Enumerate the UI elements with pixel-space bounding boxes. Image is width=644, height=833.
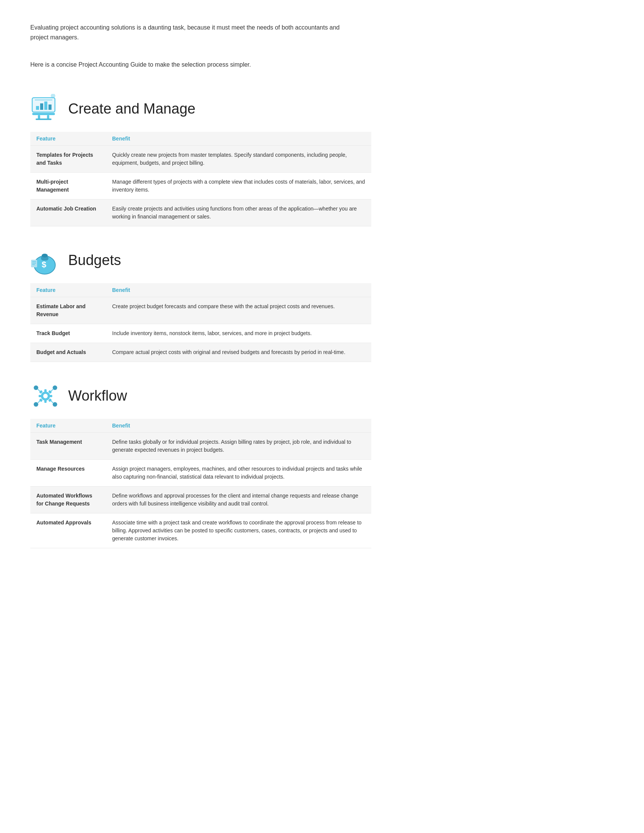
section-create-and-manage: Create and Manage Feature Benefit Templa… <box>30 94 614 227</box>
svg-rect-3 <box>35 119 52 120</box>
benefit-text: Compare actual project costs with origin… <box>106 343 371 362</box>
benefit-text: Define workflows and approval processes … <box>106 486 371 513</box>
svg-rect-8 <box>44 101 47 110</box>
workflow-feature-header: Feature <box>30 419 106 433</box>
section-budgets: $ Budgets Feature Benefit Estimate Labor… <box>30 245 614 362</box>
intro-line2: Here is a concise Project Accounting Gui… <box>30 60 341 70</box>
benefit-text: Include inventory items, nonstock items,… <box>106 324 371 343</box>
budgets-icon: $ <box>30 245 61 276</box>
benefit-text: Create project budget forecasts and comp… <box>106 297 371 324</box>
svg-rect-26 <box>49 395 52 397</box>
intro-line1: Evaluating project accounting solutions … <box>30 23 341 42</box>
section-header-workflow: Workflow <box>30 381 614 411</box>
feature-label: Task Management <box>30 433 106 459</box>
budgets-benefit-header: Benefit <box>106 283 371 297</box>
feature-label: Automated Workflows for Change Requests <box>30 486 106 513</box>
table-row: Multi-project Management Manage differen… <box>30 172 371 199</box>
svg-point-15 <box>42 254 48 257</box>
svg-rect-0 <box>32 113 55 115</box>
table-row: Task Management Define tasks globally or… <box>30 433 371 459</box>
table-row: Templates for Projects and Tasks Quickly… <box>30 145 371 172</box>
workflow-header-row: Feature Benefit <box>30 419 371 433</box>
benefit-text: Define tasks globally or for individual … <box>106 433 371 459</box>
benefit-text: Assign project managers, employees, mach… <box>106 459 371 486</box>
table-row: Automated Workflows for Change Requests … <box>30 486 371 513</box>
svg-rect-9 <box>48 105 52 110</box>
svg-rect-7 <box>40 103 43 110</box>
create-and-manage-header-row: Feature Benefit <box>30 132 371 146</box>
create-and-manage-table: Feature Benefit Templates for Projects a… <box>30 132 371 227</box>
svg-point-22 <box>43 394 48 398</box>
create-and-manage-feature-header: Feature <box>30 132 106 146</box>
svg-rect-25 <box>39 395 42 397</box>
svg-point-32 <box>53 386 57 390</box>
feature-label: Manage Resources <box>30 459 106 486</box>
table-row: Automatic Job Creation Easily create pro… <box>30 199 371 226</box>
feature-label: Estimate Labor and Revenue <box>30 297 106 324</box>
table-row: Manage Resources Assign project managers… <box>30 459 371 486</box>
workflow-benefit-header: Benefit <box>106 419 371 433</box>
benefit-text: Quickly create new projects from master … <box>106 145 371 172</box>
create-and-manage-icon <box>30 94 61 124</box>
benefit-text: Manage different types of projects with … <box>106 172 371 199</box>
table-row: Automated Approvals Associate time with … <box>30 513 371 548</box>
table-row: Budget and Actuals Compare actual projec… <box>30 343 371 362</box>
workflow-table: Feature Benefit Task Management Define t… <box>30 419 371 548</box>
section-header-create-and-manage: Create and Manage <box>30 94 614 124</box>
feature-label: Track Budget <box>30 324 106 343</box>
svg-rect-17 <box>31 260 37 267</box>
budgets-header-row: Feature Benefit <box>30 283 371 297</box>
svg-rect-24 <box>44 400 47 403</box>
svg-point-33 <box>34 402 38 407</box>
feature-label: Budget and Actuals <box>30 343 106 362</box>
svg-text:$: $ <box>42 260 46 269</box>
svg-rect-6 <box>36 106 39 110</box>
section-title-create-and-manage: Create and Manage <box>68 101 195 117</box>
benefit-text: Associate time with a project task and c… <box>106 513 371 548</box>
section-header-budgets: $ Budgets <box>30 245 614 276</box>
section-title-budgets: Budgets <box>68 252 121 269</box>
svg-rect-23 <box>44 389 47 392</box>
table-row: Estimate Labor and Revenue Create projec… <box>30 297 371 324</box>
feature-label: Multi-project Management <box>30 172 106 199</box>
feature-label: Automatic Job Creation <box>30 199 106 226</box>
budgets-table: Feature Benefit Estimate Labor and Reven… <box>30 283 371 362</box>
feature-label: Templates for Projects and Tasks <box>30 145 106 172</box>
table-row: Track Budget Include inventory items, no… <box>30 324 371 343</box>
section-title-workflow: Workflow <box>68 388 127 404</box>
svg-point-31 <box>34 386 38 390</box>
feature-label: Automated Approvals <box>30 513 106 548</box>
workflow-icon <box>30 381 61 411</box>
section-workflow: Workflow Feature Benefit Task Management… <box>30 381 614 548</box>
svg-point-34 <box>53 402 57 407</box>
budgets-feature-header: Feature <box>30 283 106 297</box>
create-and-manage-benefit-header: Benefit <box>106 132 371 146</box>
benefit-text: Easily create projects and activities us… <box>106 199 371 226</box>
